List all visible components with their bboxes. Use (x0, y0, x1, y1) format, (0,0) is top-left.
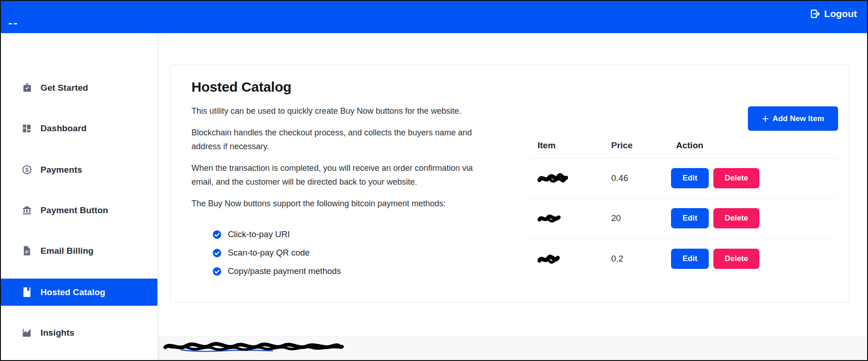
row-actions: Edit Delete (665, 168, 837, 188)
row-actions: Edit Delete (665, 208, 837, 228)
check-circle-icon (212, 267, 222, 276)
table-header-row: Item Price Action (529, 133, 837, 158)
item-price: 20 (603, 213, 665, 223)
item-name-redacted (529, 212, 603, 224)
feature-label: Copy/paste payment methods (228, 266, 341, 276)
sidebar-item-label: Insights (41, 328, 75, 338)
delete-button[interactable]: Delete (713, 249, 759, 269)
plus-icon: + (762, 112, 769, 124)
svg-text:$: $ (25, 167, 29, 173)
list-item: Copy/paste payment methods (212, 262, 481, 280)
item-name-redacted (529, 172, 603, 185)
table-row: 20 Edit Delete (529, 198, 837, 239)
table-row: 0.46 Edit Delete (529, 158, 837, 198)
menu-icon[interactable] (9, 0, 19, 27)
journal-bookmark-icon (21, 287, 32, 298)
table-row: 0.2 Edit Delete (529, 239, 837, 279)
item-name-redacted (529, 252, 603, 265)
intro-paragraph: This utility can be used to quickly crea… (191, 104, 481, 118)
sidebar-item-dashboard[interactable]: Dashboard (1, 115, 157, 142)
sidebar-item-hosted-catalog[interactable]: Hosted Catalog (1, 279, 157, 306)
list-item: Scan-to-pay QR code (212, 244, 481, 262)
menu-dash (14, 0, 17, 1)
checkout-paragraph: Blockchain handles the checkout process,… (191, 126, 481, 153)
sidebar-item-label: Payments (41, 165, 82, 175)
sidebar-item-label: Payment Button (41, 205, 108, 215)
sidebar-item-get-started[interactable]: Get Started (1, 74, 157, 101)
sidebar-item-label: Dashboard (41, 123, 87, 134)
sidebar: Get Started Dashboard $ Payments Payment… (1, 33, 158, 360)
add-new-item-button[interactable]: + Add New Item (748, 106, 838, 131)
menu-dash (9, 23, 12, 24)
sidebar-item-label: Get Started (41, 83, 88, 93)
column-header-item: Item (529, 140, 603, 151)
feature-label: Scan-to-pay QR code (228, 248, 310, 258)
dollar-circle-icon: $ (21, 164, 32, 175)
list-item: Click-to-pay URI (212, 225, 481, 244)
redaction-scribble (538, 172, 568, 185)
main-content: Hosted Catalog This utility can be used … (158, 33, 867, 360)
hosted-catalog-card: Hosted Catalog This utility can be used … (170, 64, 850, 303)
edit-button[interactable]: Edit (671, 249, 709, 269)
sidebar-item-label: Hosted Catalog (41, 287, 105, 297)
sidebar-item-email-billing[interactable]: Email Billing (1, 237, 157, 264)
file-text-icon (21, 245, 32, 256)
column-header-price: Price (603, 140, 665, 151)
menu-dash (9, 0, 12, 1)
item-price: 0.46 (603, 173, 665, 183)
confirmation-paragraph: When the transaction is completed, you w… (191, 161, 481, 189)
menu-dash (14, 23, 17, 24)
bank-icon (21, 205, 32, 216)
edit-button[interactable]: Edit (671, 208, 709, 228)
column-header-action-label: Action (676, 140, 703, 151)
delete-button[interactable]: Delete (713, 208, 759, 228)
chart-icon (21, 327, 32, 338)
briefcase-check-icon (21, 82, 32, 93)
logout-button[interactable]: Logout (810, 8, 857, 19)
payment-methods-list: Click-to-pay URI Scan-to-pay QR code Cop… (212, 225, 481, 280)
check-circle-icon (212, 248, 222, 258)
sidebar-item-label: Email Billing (41, 246, 93, 256)
feature-label: Click-to-pay URI (228, 229, 290, 239)
redaction-scribble (538, 212, 561, 224)
redacted-copyright-text (162, 341, 345, 353)
sidebar-item-payments[interactable]: $ Payments (1, 156, 157, 183)
grid-icon (21, 123, 32, 134)
check-circle-icon (212, 230, 222, 239)
row-actions: Edit Delete (665, 249, 837, 269)
add-new-item-label: Add New Item (772, 114, 824, 123)
intro-text-column: Hosted Catalog This utility can be used … (191, 78, 481, 280)
page-title: Hosted Catalog (191, 78, 481, 96)
delete-button[interactable]: Delete (713, 168, 759, 188)
column-header-action: Action (665, 140, 837, 151)
sidebar-item-payment-button[interactable]: Payment Button (1, 197, 157, 224)
page-footer (158, 336, 867, 360)
app-window: Logout Get Started Dashboard $ Payments (0, 0, 868, 361)
sidebar-item-insights[interactable]: Insights (1, 319, 157, 346)
top-navbar: Logout (1, 1, 867, 33)
catalog-table: Item Price Action 0.46 Edit Delete (529, 133, 837, 279)
redaction-scribble (538, 252, 560, 265)
methods-paragraph: The Buy Now buttons support the followin… (191, 197, 481, 210)
logout-label: Logout (824, 8, 857, 19)
item-price: 0.2 (603, 254, 665, 264)
edit-button[interactable]: Edit (671, 168, 709, 188)
box-arrow-right-icon (810, 8, 821, 19)
